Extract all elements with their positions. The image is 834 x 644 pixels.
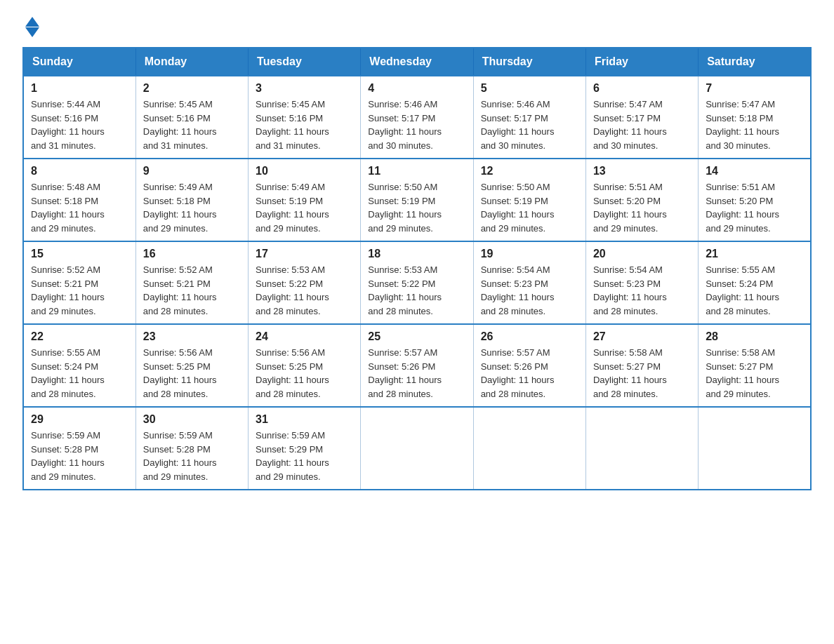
calendar-cell: 11 Sunrise: 5:50 AM Sunset: 5:19 PM Dayl… — [361, 159, 473, 241]
calendar-cell: 8 Sunrise: 5:48 AM Sunset: 5:18 PM Dayli… — [23, 159, 135, 241]
day-info: Sunrise: 5:57 AM Sunset: 5:26 PM Dayligh… — [368, 346, 465, 401]
day-number: 15 — [31, 248, 128, 260]
day-info: Sunrise: 5:53 AM Sunset: 5:22 PM Dayligh… — [368, 263, 465, 318]
calendar-cell: 4 Sunrise: 5:46 AM Sunset: 5:17 PM Dayli… — [361, 76, 473, 159]
day-number: 12 — [481, 165, 578, 177]
day-number: 9 — [143, 165, 241, 177]
day-info: Sunrise: 5:55 AM Sunset: 5:24 PM Dayligh… — [31, 346, 128, 401]
day-info: Sunrise: 5:52 AM Sunset: 5:21 PM Dayligh… — [31, 263, 128, 318]
day-info: Sunrise: 5:56 AM Sunset: 5:25 PM Dayligh… — [143, 346, 241, 401]
calendar-cell: 15 Sunrise: 5:52 AM Sunset: 5:21 PM Dayl… — [23, 241, 135, 324]
day-info: Sunrise: 5:54 AM Sunset: 5:23 PM Dayligh… — [593, 263, 691, 318]
calendar-cell: 17 Sunrise: 5:53 AM Sunset: 5:22 PM Dayl… — [249, 241, 361, 324]
day-info: Sunrise: 5:50 AM Sunset: 5:19 PM Dayligh… — [368, 180, 465, 235]
calendar-table: SundayMondayTuesdayWednesdayThursdayFrid… — [22, 47, 812, 490]
day-info: Sunrise: 5:49 AM Sunset: 5:18 PM Dayligh… — [143, 180, 241, 235]
calendar-cell — [585, 407, 698, 490]
day-number: 21 — [706, 248, 803, 260]
logo-arrow-up — [25, 17, 39, 27]
calendar-cell — [361, 407, 473, 490]
day-info: Sunrise: 5:53 AM Sunset: 5:22 PM Dayligh… — [256, 263, 353, 318]
week-row-3: 15 Sunrise: 5:52 AM Sunset: 5:21 PM Dayl… — [23, 241, 811, 324]
logo-arrow-down — [25, 27, 39, 37]
day-info: Sunrise: 5:51 AM Sunset: 5:20 PM Dayligh… — [593, 180, 691, 235]
day-info: Sunrise: 5:56 AM Sunset: 5:25 PM Dayligh… — [256, 346, 353, 401]
calendar-cell: 31 Sunrise: 5:59 AM Sunset: 5:29 PM Dayl… — [249, 407, 361, 490]
day-number: 25 — [368, 330, 465, 343]
day-number: 1 — [31, 82, 128, 95]
day-number: 26 — [481, 330, 578, 343]
day-info: Sunrise: 5:55 AM Sunset: 5:24 PM Dayligh… — [706, 263, 803, 318]
logo — [22, 17, 39, 33]
day-info: Sunrise: 5:49 AM Sunset: 5:19 PM Dayligh… — [256, 180, 353, 235]
day-number: 30 — [143, 413, 241, 426]
weekday-header-monday: Monday — [135, 48, 248, 76]
calendar-cell: 26 Sunrise: 5:57 AM Sunset: 5:26 PM Dayl… — [473, 324, 585, 407]
day-number: 10 — [256, 165, 353, 177]
day-number: 13 — [593, 165, 691, 177]
day-info: Sunrise: 5:47 AM Sunset: 5:17 PM Dayligh… — [593, 98, 691, 152]
calendar-cell: 23 Sunrise: 5:56 AM Sunset: 5:25 PM Dayl… — [135, 324, 248, 407]
weekday-header-friday: Friday — [585, 48, 698, 76]
calendar-cell — [699, 407, 811, 490]
calendar-cell: 22 Sunrise: 5:55 AM Sunset: 5:24 PM Dayl… — [23, 324, 135, 407]
day-number: 20 — [593, 248, 691, 260]
day-number: 11 — [368, 165, 465, 177]
calendar-cell: 25 Sunrise: 5:57 AM Sunset: 5:26 PM Dayl… — [361, 324, 473, 407]
day-info: Sunrise: 5:54 AM Sunset: 5:23 PM Dayligh… — [481, 263, 578, 318]
calendar-cell: 10 Sunrise: 5:49 AM Sunset: 5:19 PM Dayl… — [249, 159, 361, 241]
day-info: Sunrise: 5:57 AM Sunset: 5:26 PM Dayligh… — [481, 346, 578, 401]
calendar-cell: 14 Sunrise: 5:51 AM Sunset: 5:20 PM Dayl… — [699, 159, 811, 241]
day-info: Sunrise: 5:58 AM Sunset: 5:27 PM Dayligh… — [593, 346, 691, 401]
weekday-header-row: SundayMondayTuesdayWednesdayThursdayFrid… — [23, 48, 811, 76]
day-info: Sunrise: 5:58 AM Sunset: 5:27 PM Dayligh… — [706, 346, 803, 401]
weekday-header-sunday: Sunday — [23, 48, 135, 76]
weekday-header-thursday: Thursday — [473, 48, 585, 76]
day-number: 14 — [706, 165, 803, 177]
day-info: Sunrise: 5:46 AM Sunset: 5:17 PM Dayligh… — [481, 98, 578, 152]
day-info: Sunrise: 5:44 AM Sunset: 5:16 PM Dayligh… — [31, 98, 128, 152]
page-header — [22, 17, 812, 33]
calendar-cell — [473, 407, 585, 490]
week-row-1: 1 Sunrise: 5:44 AM Sunset: 5:16 PM Dayli… — [23, 76, 811, 159]
calendar-cell: 3 Sunrise: 5:45 AM Sunset: 5:16 PM Dayli… — [249, 76, 361, 159]
calendar-cell: 24 Sunrise: 5:56 AM Sunset: 5:25 PM Dayl… — [249, 324, 361, 407]
day-number: 31 — [256, 413, 353, 426]
day-info: Sunrise: 5:52 AM Sunset: 5:21 PM Dayligh… — [143, 263, 241, 318]
calendar-cell: 19 Sunrise: 5:54 AM Sunset: 5:23 PM Dayl… — [473, 241, 585, 324]
day-number: 2 — [143, 82, 241, 95]
calendar-cell: 21 Sunrise: 5:55 AM Sunset: 5:24 PM Dayl… — [699, 241, 811, 324]
weekday-header-wednesday: Wednesday — [361, 48, 473, 76]
day-number: 29 — [31, 413, 128, 426]
calendar-cell: 12 Sunrise: 5:50 AM Sunset: 5:19 PM Dayl… — [473, 159, 585, 241]
day-number: 4 — [368, 82, 465, 95]
day-info: Sunrise: 5:47 AM Sunset: 5:18 PM Dayligh… — [706, 98, 803, 152]
calendar-cell: 7 Sunrise: 5:47 AM Sunset: 5:18 PM Dayli… — [699, 76, 811, 159]
day-number: 8 — [31, 165, 128, 177]
calendar-cell: 28 Sunrise: 5:58 AM Sunset: 5:27 PM Dayl… — [699, 324, 811, 407]
week-row-4: 22 Sunrise: 5:55 AM Sunset: 5:24 PM Dayl… — [23, 324, 811, 407]
day-number: 19 — [481, 248, 578, 260]
weekday-header-tuesday: Tuesday — [249, 48, 361, 76]
weekday-header-saturday: Saturday — [699, 48, 811, 76]
day-number: 6 — [593, 82, 691, 95]
calendar-cell: 13 Sunrise: 5:51 AM Sunset: 5:20 PM Dayl… — [585, 159, 698, 241]
calendar-cell: 2 Sunrise: 5:45 AM Sunset: 5:16 PM Dayli… — [135, 76, 248, 159]
calendar-cell: 6 Sunrise: 5:47 AM Sunset: 5:17 PM Dayli… — [585, 76, 698, 159]
day-number: 3 — [256, 82, 353, 95]
day-info: Sunrise: 5:59 AM Sunset: 5:28 PM Dayligh… — [31, 429, 128, 483]
day-number: 7 — [706, 82, 803, 95]
week-row-2: 8 Sunrise: 5:48 AM Sunset: 5:18 PM Dayli… — [23, 159, 811, 241]
calendar-cell: 1 Sunrise: 5:44 AM Sunset: 5:16 PM Dayli… — [23, 76, 135, 159]
day-number: 18 — [368, 248, 465, 260]
day-info: Sunrise: 5:59 AM Sunset: 5:28 PM Dayligh… — [143, 429, 241, 483]
day-number: 27 — [593, 330, 691, 343]
calendar-cell: 27 Sunrise: 5:58 AM Sunset: 5:27 PM Dayl… — [585, 324, 698, 407]
day-info: Sunrise: 5:59 AM Sunset: 5:29 PM Dayligh… — [256, 429, 353, 483]
day-info: Sunrise: 5:46 AM Sunset: 5:17 PM Dayligh… — [368, 98, 465, 152]
day-info: Sunrise: 5:45 AM Sunset: 5:16 PM Dayligh… — [256, 98, 353, 152]
day-info: Sunrise: 5:51 AM Sunset: 5:20 PM Dayligh… — [706, 180, 803, 235]
calendar-cell: 16 Sunrise: 5:52 AM Sunset: 5:21 PM Dayl… — [135, 241, 248, 324]
day-info: Sunrise: 5:50 AM Sunset: 5:19 PM Dayligh… — [481, 180, 578, 235]
calendar-cell: 20 Sunrise: 5:54 AM Sunset: 5:23 PM Dayl… — [585, 241, 698, 324]
